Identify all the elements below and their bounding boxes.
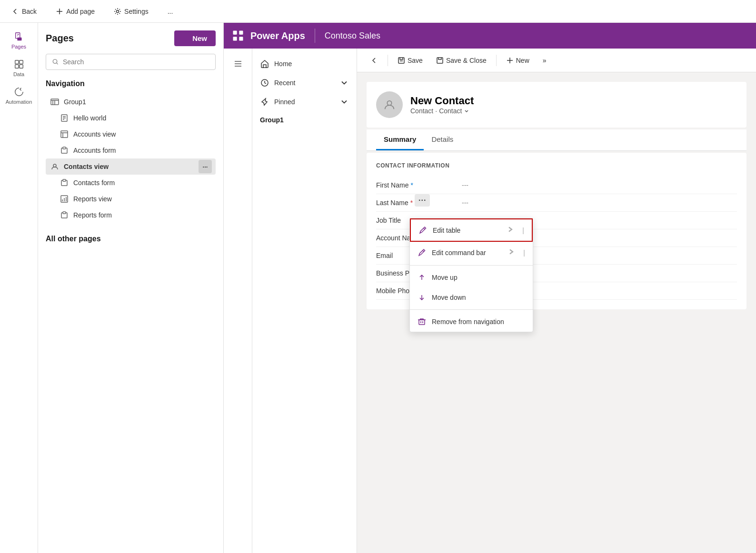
context-menu-divider-1	[410, 265, 533, 266]
app-nav-home[interactable]: Home	[252, 54, 357, 73]
contact-name: New Contact	[410, 95, 474, 107]
new-page-button[interactable]: New	[174, 30, 216, 46]
app-name: Contoso Sales	[325, 31, 380, 41]
svg-rect-16	[233, 31, 237, 35]
save-icon	[398, 57, 405, 64]
hamburger-icon	[233, 59, 243, 69]
svg-rect-15	[63, 212, 66, 214]
pinned-chevron-icon	[339, 97, 349, 107]
nav-item-contacts-view[interactable]: Contacts view ···	[46, 158, 216, 175]
contacts-view-more-button[interactable]: ···	[199, 160, 212, 173]
context-menu-move-up[interactable]: Move up	[410, 267, 533, 287]
context-menu-divider-2	[410, 309, 533, 310]
hamburger-button[interactable]	[229, 54, 248, 73]
toolbar-save-close-button[interactable]: Save & Close	[430, 54, 492, 67]
svg-rect-17	[239, 31, 243, 35]
back-label: Back	[22, 8, 37, 15]
sidebar-item-automation[interactable]: Automation	[0, 82, 38, 109]
tab-summary[interactable]: Summary	[376, 129, 424, 150]
edit-table-icon	[418, 226, 427, 235]
nav-item-hello-world[interactable]: Hello world	[46, 110, 216, 126]
edit-table-submenu-icon	[506, 225, 515, 235]
contact-tabs: Summary Details	[367, 129, 746, 151]
nav-item-reports-form[interactable]: Reports form	[46, 207, 216, 223]
field-value-first-name: ---	[462, 181, 468, 189]
nav-item-reports-view[interactable]: Reports view	[46, 191, 216, 207]
contacts-form-icon	[60, 178, 69, 187]
context-menu-edit-command-bar[interactable]: Edit command bar |	[410, 242, 533, 263]
nav-item-group1[interactable]: Group1	[46, 94, 216, 110]
move-up-icon	[418, 273, 426, 282]
nav-hello-world-label: Hello world	[73, 114, 106, 122]
toolbar-more-button[interactable]: »	[537, 54, 552, 67]
context-menu: Edit table | Edit command bar | Move up	[409, 218, 533, 332]
nav-item-accounts-view[interactable]: Accounts view	[46, 126, 216, 142]
edit-command-bar-submenu-icon	[507, 247, 516, 257]
sidebar-item-pages[interactable]: Pages	[0, 27, 38, 54]
nav-accounts-form-label: Accounts form	[73, 147, 116, 154]
field-last-name: Last Name* ---	[376, 194, 737, 212]
sidebar-pages-label: Pages	[11, 44, 26, 49]
nav-item-accounts-form[interactable]: Accounts form	[46, 142, 216, 158]
settings-label: Settings	[124, 8, 149, 15]
add-page-button[interactable]: Add page	[52, 6, 99, 17]
power-apps-logo: Power Apps	[250, 30, 305, 41]
app-nav-group-label: Group1	[252, 111, 357, 128]
context-menu-move-down[interactable]: Move down	[410, 287, 533, 307]
pages-title: Pages	[46, 33, 74, 44]
settings-button[interactable]: Settings	[110, 6, 152, 17]
contact-header: New Contact Contact · Contact	[367, 82, 746, 128]
sidebar-item-data[interactable]: Data	[0, 54, 38, 82]
reports-form-icon	[60, 211, 69, 219]
app-nav-recent-label: Recent	[274, 79, 295, 87]
search-input[interactable]	[63, 58, 209, 66]
svg-rect-11	[63, 147, 66, 149]
toolbar-save-button[interactable]: Save	[392, 54, 428, 67]
top-bar: Back Add page Settings ...	[0, 0, 756, 23]
search-icon	[52, 58, 59, 66]
main-layout: Pages Data Automation Pages New Navigati…	[0, 23, 756, 553]
toolbar-new-button[interactable]: New	[500, 54, 535, 67]
nav-item-contacts-form[interactable]: Contacts form	[46, 175, 216, 191]
waffle-icon	[231, 29, 245, 42]
context-menu-remove[interactable]: Remove from navigation	[410, 312, 533, 332]
reports-view-icon	[60, 195, 69, 203]
toolbar-back-button[interactable]	[365, 54, 384, 67]
nav-contacts-view-label: Contacts view	[64, 163, 109, 170]
navigation-title: Navigation	[46, 79, 216, 88]
pages-panel: Pages New Navigation Group1 Hello world …	[38, 23, 224, 553]
save-close-icon	[436, 57, 444, 64]
app-nav-recent[interactable]: Recent	[252, 73, 357, 92]
nav-group1-label: Group1	[64, 98, 86, 106]
context-menu-edit-table[interactable]: Edit table |	[410, 218, 533, 242]
contact-category: Contact	[439, 107, 462, 115]
toolbar-divider-2	[496, 55, 497, 66]
contact-subtitle: Contact · Contact	[410, 107, 474, 115]
edit-command-bar-label: Edit command bar	[432, 249, 486, 257]
all-other-pages-title: All other pages	[46, 235, 216, 243]
app-left-nav	[224, 49, 252, 553]
svg-point-12	[53, 164, 56, 167]
page-icon	[60, 114, 69, 122]
save-close-label: Save & Close	[446, 57, 487, 64]
app-nav-pinned[interactable]: Pinned	[252, 92, 357, 111]
tab-details[interactable]: Details	[424, 129, 461, 150]
more-options-button[interactable]: ...	[164, 6, 177, 17]
contacts-view-dots[interactable]: ···	[415, 194, 430, 207]
contacts-icon	[50, 162, 59, 171]
group-icon	[50, 98, 59, 106]
contact-avatar	[376, 91, 403, 118]
app-nav-pinned-label: Pinned	[274, 98, 295, 106]
remove-label: Remove from navigation	[432, 318, 504, 326]
svg-rect-18	[233, 37, 237, 40]
new-btn-label: New	[192, 34, 207, 42]
power-apps-header: Power Apps Contoso Sales	[224, 23, 756, 49]
back-button[interactable]: Back	[8, 6, 40, 17]
move-down-label: Move down	[432, 294, 466, 301]
svg-rect-4	[19, 60, 22, 64]
svg-rect-21	[398, 58, 404, 63]
svg-rect-6	[19, 65, 22, 68]
field-value-last-name: ---	[462, 199, 468, 207]
svg-point-7	[53, 59, 57, 63]
pinned-icon	[260, 97, 269, 107]
